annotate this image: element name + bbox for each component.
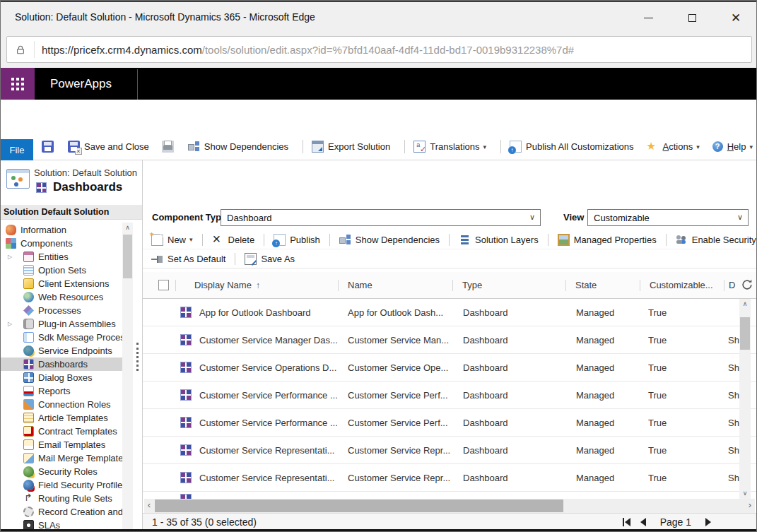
sidebar-scrollbar[interactable]: ∧: [122, 223, 133, 529]
cell-name: Customer Service Ope...: [338, 354, 452, 381]
table-row-partial[interactable]: [143, 492, 746, 499]
sidebar-item[interactable]: ▷ Components: [1, 237, 122, 250]
next-page-button[interactable]: [705, 518, 711, 526]
lock-icon[interactable]: [7, 37, 34, 62]
print-button[interactable]: [162, 141, 178, 153]
publish-button[interactable]: Publish: [274, 234, 320, 246]
pin-icon: [151, 253, 163, 265]
sidebar-item[interactable]: ▷ Field Security Profiles: [1, 478, 122, 492]
enable-security-roles-button[interactable]: Enable Security Roles: [676, 234, 757, 246]
sidebar-item[interactable]: ▷ Entities: [1, 250, 122, 264]
scroll-left-icon[interactable]: ‹: [144, 499, 154, 513]
sidebar-item[interactable]: ▷ Information: [1, 223, 122, 237]
expand-arrow-icon[interactable]: ▷: [8, 254, 23, 260]
sidebar-item[interactable]: ▷ Connection Roles: [1, 398, 122, 411]
column-header-type[interactable]: Type: [452, 272, 565, 298]
component-type-label: Component Type: [152, 212, 226, 223]
sidebar-item[interactable]: ▷ Contract Templates: [1, 425, 122, 438]
table-row[interactable]: Customer Service Representati... Custome…: [143, 464, 757, 492]
export-solution-button[interactable]: Export Solution: [312, 141, 390, 153]
table-row[interactable]: Customer Service Performance ... Custome…: [143, 382, 757, 409]
table-row[interactable]: Customer Service Representati... Custome…: [143, 437, 757, 464]
actions-menu-button[interactable]: Actions▾: [647, 141, 700, 153]
maximize-button[interactable]: [670, 2, 714, 33]
pane-splitter-handle[interactable]: [136, 343, 139, 371]
sidebar-item[interactable]: ▷ Client Extensions: [1, 277, 122, 290]
address-bar[interactable]: https://pricefx.crm4.dynamics.com/tools/…: [6, 36, 752, 63]
sidebar-item[interactable]: ▷ Routing Rule Sets: [1, 492, 122, 505]
set-as-default-button[interactable]: Set As Default: [151, 253, 225, 265]
reports-icon: [23, 386, 34, 396]
select-all-checkbox[interactable]: [158, 280, 169, 290]
table-row[interactable]: App for Outlook Dashboard App for Outloo…: [143, 299, 757, 326]
help-icon: [712, 141, 723, 152]
processes-icon: [23, 305, 34, 316]
minimize-button[interactable]: [626, 2, 670, 33]
select-all-cell: [143, 272, 175, 298]
sidebar-item[interactable]: ▷ Plug-in Assemblies: [1, 317, 122, 331]
translations-menu-button[interactable]: Translations▾: [413, 141, 486, 153]
component-type-select[interactable]: Dashboard ∨: [221, 209, 541, 226]
grid-body: App for Outlook Dashboard App for Outloo…: [143, 299, 757, 492]
sidebar-item[interactable]: ▷ Security Roles: [1, 465, 122, 478]
table-row[interactable]: Customer Service Manager Das... Customer…: [143, 326, 757, 354]
vertical-scrollbar[interactable]: ∧ ∨: [739, 299, 751, 499]
first-page-button[interactable]: [623, 518, 630, 526]
horizontal-scrollbar[interactable]: ‹ ›: [144, 499, 755, 513]
solution-layers-button[interactable]: Solution Layers: [459, 234, 539, 246]
scroll-right-icon[interactable]: ›: [745, 499, 755, 513]
dashboard-icon: [180, 444, 192, 456]
sidebar-item[interactable]: ▷ Processes: [1, 304, 122, 317]
publish-icon: [274, 234, 286, 246]
new-button[interactable]: New▾: [151, 234, 193, 246]
show-dependencies-button[interactable]: Show Dependencies: [339, 234, 440, 246]
toolbar-separator: [235, 253, 235, 265]
waffle-button[interactable]: [1, 68, 35, 100]
cell-customizable: True: [640, 354, 724, 381]
sidebar-item[interactable]: ▷ Email Templates: [1, 438, 122, 451]
save-as-button[interactable]: Save As: [245, 253, 295, 265]
cell-state: Managed: [565, 437, 640, 463]
app-header-divider: [137, 69, 138, 100]
sidebar-item[interactable]: ▷ Record Creation and U...: [1, 505, 122, 519]
publish-all-customizations-button[interactable]: Publish All Customizations: [510, 141, 633, 153]
sidebar-item[interactable]: ▷ Reports: [1, 384, 122, 398]
save-icon: [42, 141, 54, 153]
entities-icon: [23, 252, 34, 262]
scroll-up-icon[interactable]: ∧: [739, 299, 751, 309]
view-select[interactable]: Customizable ∨: [587, 209, 749, 226]
previous-page-button[interactable]: [640, 518, 646, 526]
managed-properties-button[interactable]: Managed Properties: [558, 234, 657, 246]
sidebar-item[interactable]: ▷ Service Endpoints: [1, 344, 122, 357]
save-and-close-button[interactable]: ×Save and Close: [68, 141, 149, 153]
cell-display-name: Customer Service Performance ...: [175, 382, 338, 408]
scrollbar-thumb[interactable]: [155, 500, 563, 512]
delete-button[interactable]: Delete: [212, 234, 255, 246]
sidebar-item[interactable]: ▷ Dashboards: [1, 357, 122, 371]
column-header-display-name[interactable]: Display Name↑: [175, 272, 338, 298]
table-row[interactable]: Customer Service Performance ... Custome…: [143, 409, 757, 437]
cell-display-name: Customer Service Representati...: [175, 464, 338, 491]
scroll-down-icon[interactable]: ∨: [739, 488, 751, 499]
scroll-up-icon[interactable]: ∧: [122, 223, 133, 233]
sidebar-item[interactable]: ▷ Web Resources: [1, 290, 122, 304]
column-header-name[interactable]: Name: [338, 272, 452, 298]
column-header-state[interactable]: State: [565, 272, 640, 298]
expand-arrow-icon[interactable]: ▷: [8, 321, 23, 327]
scrollbar-thumb[interactable]: [740, 317, 750, 350]
table-row[interactable]: Customer Service Operations D... Custome…: [143, 354, 757, 382]
help-menu-button[interactable]: Help▾: [712, 141, 753, 152]
column-header-customizable[interactable]: Customizable...: [640, 272, 724, 298]
show-dependencies-button[interactable]: Show Dependencies: [188, 141, 288, 153]
file-tab[interactable]: File: [1, 139, 33, 160]
sidebar-item[interactable]: ▷ Article Templates: [1, 411, 122, 425]
cell-type: Dashboard: [452, 382, 565, 408]
save-button[interactable]: [42, 141, 58, 153]
scrollbar-thumb[interactable]: [123, 235, 132, 278]
sidebar-item[interactable]: ▷ Mail Merge Templates: [1, 451, 122, 465]
sidebar-item[interactable]: ▷ Sdk Message Processin...: [1, 331, 122, 344]
sidebar-item[interactable]: ▷ Option Sets: [1, 264, 122, 277]
sidebar-item[interactable]: ▷ Dialog Boxes: [1, 371, 122, 384]
refresh-button[interactable]: [739, 277, 756, 294]
close-button[interactable]: ✕: [714, 2, 757, 33]
